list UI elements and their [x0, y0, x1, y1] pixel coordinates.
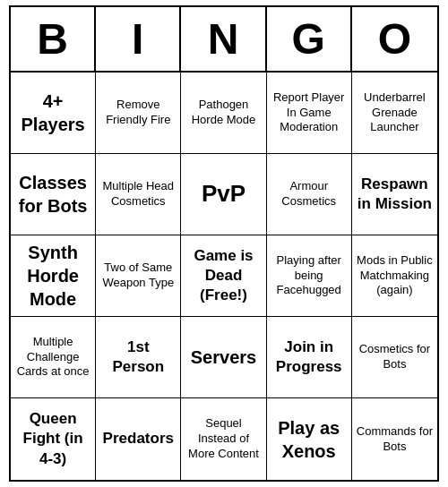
bingo-cell-22[interactable]: Sequel Instead of More Content [181, 398, 266, 480]
bingo-letter-g: G [267, 7, 352, 71]
bingo-letter-n: N [181, 7, 266, 71]
bingo-cell-14[interactable]: Mods in Public Matchmaking (again) [352, 235, 437, 317]
bingo-cell-11[interactable]: Two of Same Weapon Type [96, 235, 181, 317]
bingo-letter-o: O [352, 7, 437, 71]
bingo-cell-20[interactable]: Queen Fight (in 4-3) [11, 398, 96, 480]
bingo-letter-b: B [11, 7, 96, 71]
bingo-cell-9[interactable]: Respawn in Mission [352, 154, 437, 235]
bingo-cell-5[interactable]: Classes for Bots [11, 154, 96, 235]
bingo-letter-i: I [96, 7, 181, 71]
bingo-cell-0[interactable]: 4+ Players [11, 73, 96, 154]
bingo-cell-3[interactable]: Report Player In Game Moderation [267, 73, 352, 154]
bingo-cell-19[interactable]: Cosmetics for Bots [352, 317, 437, 398]
bingo-cell-13[interactable]: Playing after being Facehugged [267, 235, 352, 317]
bingo-cell-12[interactable]: Game is Dead (Free!) [181, 235, 266, 317]
bingo-cell-21[interactable]: Predators [96, 398, 181, 480]
bingo-cell-7[interactable]: PvP [181, 154, 266, 235]
bingo-cell-10[interactable]: Synth Horde Mode [11, 235, 96, 317]
bingo-cell-6[interactable]: Multiple Head Cosmetics [96, 154, 181, 235]
bingo-cell-18[interactable]: Join in Progress [267, 317, 352, 398]
bingo-grid: 4+ PlayersRemove Friendly FirePathogen H… [11, 73, 437, 480]
bingo-cell-1[interactable]: Remove Friendly Fire [96, 73, 181, 154]
bingo-cell-16[interactable]: 1st Person [96, 317, 181, 398]
bingo-header: BINGO [11, 7, 437, 73]
bingo-cell-15[interactable]: Multiple Challenge Cards at once [11, 317, 96, 398]
bingo-cell-8[interactable]: Armour Cosmetics [267, 154, 352, 235]
bingo-cell-4[interactable]: Underbarrel Grenade Launcher [352, 73, 437, 154]
bingo-cell-2[interactable]: Pathogen Horde Mode [181, 73, 266, 154]
bingo-cell-24[interactable]: Commands for Bots [352, 398, 437, 480]
bingo-cell-17[interactable]: Servers [181, 317, 266, 398]
bingo-card: BINGO 4+ PlayersRemove Friendly FirePath… [9, 5, 439, 482]
bingo-cell-23[interactable]: Play as Xenos [267, 398, 352, 480]
